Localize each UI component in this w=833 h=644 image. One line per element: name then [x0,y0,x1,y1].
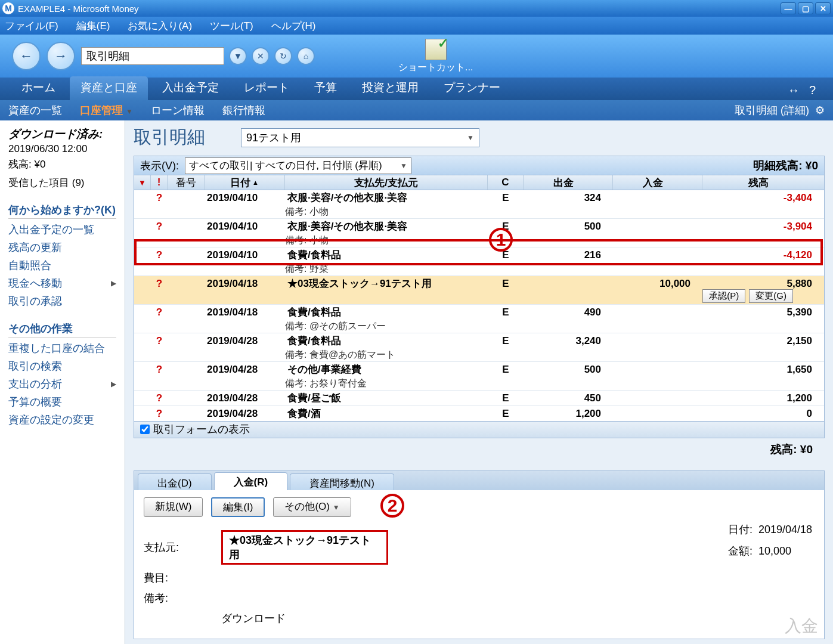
col-out[interactable]: 出金 [524,175,613,190]
link-asset-settings[interactable]: 資産の設定の変更 [8,413,116,427]
tab-invest[interactable]: 投資と運用 [351,76,429,100]
status-icon: ? [151,192,168,204]
table-row[interactable]: ?2019/04/10食費/食料品E216-4,120備考: 野菜 [134,247,824,276]
menu-favorites[interactable]: お気に入り(A) [128,19,192,33]
tab-report[interactable]: レポート [233,76,300,100]
close-button[interactable]: ✕ [815,2,831,14]
stop-button[interactable]: ✕ [252,47,270,65]
tab-home[interactable]: ホーム [11,76,66,100]
form-value-date: 2019/04/18 [758,524,812,535]
status-icon: ? [151,335,168,347]
app-icon: M [2,2,14,14]
sub-loan[interactable]: ローン情報 [151,103,205,117]
table-row[interactable]: ?2019/04/18★03現金ストック→91テスト用E10,0005,880承… [134,276,824,305]
cell-payee: 衣服·美容/その他衣服·美容 [285,219,488,233]
received-items[interactable]: 受信した項目 (9) [8,176,116,190]
account-selector[interactable]: 91テスト用▼ [241,128,479,147]
link-budget-overview[interactable]: 予算の概要 [8,395,116,409]
table-row[interactable]: ?2019/04/10衣服·美容/その他衣服·美容E324-3,404備考: 小… [134,190,824,219]
form-label-amount: 金額: [728,545,753,557]
approve-button[interactable]: 承認(P) [702,289,745,303]
col-flag[interactable]: ▼ [134,175,151,190]
link-search-txn[interactable]: 取引の検索 [8,359,116,373]
status-icon: ? [151,364,168,376]
col-date[interactable]: 日付▲ [205,175,285,190]
address-box[interactable]: 取引明細 [81,47,224,65]
cell-payee: その他/事業経費 [285,363,488,376]
form-tab-transfer[interactable]: 資産間移動(N) [290,473,394,490]
filter-label: 表示(V): [140,159,179,173]
link-analyze-spend[interactable]: 支出の分析▶ [8,377,116,391]
home-button[interactable]: ⌂ [297,47,315,65]
table-row[interactable]: ?2019/04/18食費/食料品E4905,390備考: @その筋スーパー [134,305,824,333]
link-move-cash[interactable]: 現金へ移動▶ [8,276,116,290]
cell-date: 2019/04/10 [205,249,285,261]
cell-memo: 備考: 食費@あの筋マート [134,349,395,361]
tab-assets[interactable]: 資産と口座 [70,76,148,100]
maximize-button[interactable]: ▢ [798,2,813,14]
sub-bank[interactable]: 銀行情報 [222,103,265,117]
cell-out: 490 [524,306,613,318]
col-c[interactable]: C [488,175,524,190]
menu-help[interactable]: ヘルプ(H) [271,19,316,33]
cell-memo: 備考: @その筋スーパー [134,320,386,333]
cell-payee: 食費/昼ご飯 [285,391,488,405]
col-payee[interactable]: 支払先/支払元 [285,175,488,190]
gear-icon[interactable]: ⚙ [815,104,825,117]
menu-tools[interactable]: ツール(T) [210,19,253,33]
cell-balance: 2,150 [702,335,824,347]
refresh-button[interactable]: ↻ [274,47,292,65]
tab-budget[interactable]: 予算 [304,76,348,100]
minimize-button[interactable]: — [781,2,796,14]
change-button[interactable]: 変更(G) [749,289,793,303]
menu-file[interactable]: ファイル(F) [5,19,58,33]
link-approve-txn[interactable]: 取引の承認 [8,294,116,308]
table-row[interactable]: ?2019/04/28食費/昼ご飯E4501,200 [134,391,824,406]
sub-account-mgmt[interactable]: 口座管理 ▼ [80,103,133,117]
col-in[interactable]: 入金 [613,175,702,190]
help-icon[interactable]: ? [809,83,822,97]
section-other: その他の作業 [8,321,116,338]
menu-edit[interactable]: 編集(E) [76,19,110,33]
form-btn-other[interactable]: その他(O) ▼ [273,497,351,517]
sync-icon[interactable]: ↔ [788,83,801,97]
link-merge-dup[interactable]: 重複した口座の結合 [8,341,116,355]
transaction-form: 出金(D) 入金(R) 資産間移動(N) 新規(W) 編集(I) その他(O) … [134,470,825,639]
right-pane: 取引明細 91テスト用▼ 表示(V): すべての取引| すべての日付, 日付順 … [125,120,833,644]
cell-balance: -3,404 [702,192,824,204]
col-number[interactable]: 番号 [168,175,205,190]
link-update-balance[interactable]: 残高の更新 [8,240,116,255]
table-row[interactable]: ?2019/04/28食費/食料品E3,2402,150備考: 食費@あの筋マー… [134,333,824,362]
transaction-grid[interactable]: ?2019/04/10衣服·美容/その他衣服·美容E324-3,404備考: 小… [134,190,825,421]
form-btn-edit[interactable]: 編集(I) [211,497,265,517]
cell-out: 500 [524,221,613,233]
show-form-checkbox[interactable] [140,425,150,434]
shortcut-button[interactable]: ショートカット... [398,39,473,74]
cell-date: 2019/04/10 [205,221,285,233]
sub-assetlist[interactable]: 資産の一覧 [8,103,62,117]
link-auto-match[interactable]: 自動照合 [8,258,116,273]
back-button[interactable]: ← [12,42,41,70]
tab-planner[interactable]: プランナー [433,76,511,100]
filter-selector[interactable]: すべての取引| すべての日付, 日付順 (昇順)▼ [185,157,411,174]
annotation-number-1: 1 [489,228,513,252]
form-btn-new[interactable]: 新規(W) [144,497,203,517]
form-value-amount: 10,000 [758,545,791,557]
address-dropdown-button[interactable]: ▼ [229,47,247,65]
table-row[interactable]: ?2019/04/28食費/酒E1,2000備考: ワイン@イベント [134,406,824,421]
tab-schedule[interactable]: 入出金予定 [151,76,230,100]
table-row[interactable]: ?2019/04/28その他/事業経費E5001,650備考: お祭り寄付金 [134,362,824,391]
cell-payee: 食費/酒 [285,407,488,420]
form-tab-out[interactable]: 出金(D) [138,473,212,490]
form-tab-in[interactable]: 入金(R) [214,472,288,490]
cell-c: E [488,392,524,404]
link-schedule-list[interactable]: 入出金予定の一覧 [8,222,116,237]
cell-memo: 備考: 小物 [134,234,329,247]
cell-c: E [488,249,524,261]
table-row[interactable]: ?2019/04/10衣服·美容/その他衣服·美容E500-3,904備考: 小… [134,219,824,247]
col-status[interactable]: ! [151,175,168,190]
col-balance[interactable]: 残高 [702,175,824,190]
form-payer-value[interactable]: ★03現金ストック→91テスト用 [221,530,388,565]
forward-button[interactable]: → [47,42,75,70]
chevron-down-icon: ▼ [126,107,133,116]
